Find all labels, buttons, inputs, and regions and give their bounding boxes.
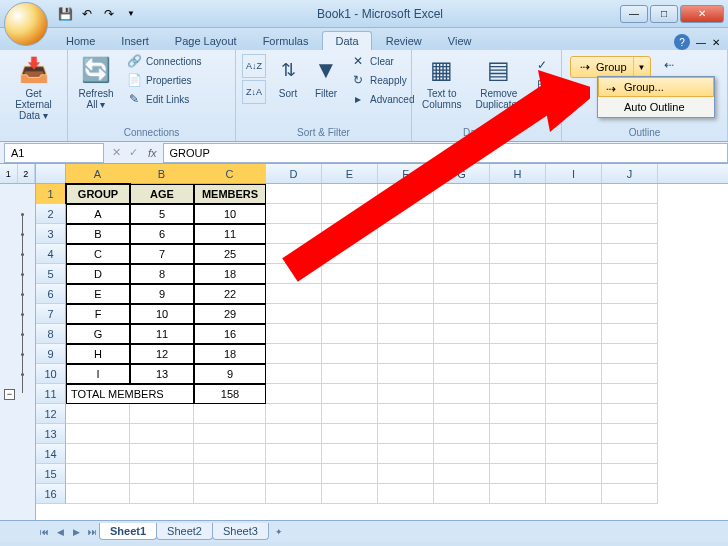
- cell[interactable]: [434, 304, 490, 324]
- cell[interactable]: [266, 244, 322, 264]
- connections-button[interactable]: 🔗Connections: [122, 52, 206, 70]
- cell[interactable]: [194, 404, 266, 424]
- cell[interactable]: D: [66, 264, 130, 284]
- sheet-tab-sheet1[interactable]: Sheet1: [99, 523, 157, 540]
- cell[interactable]: [266, 484, 322, 504]
- cell[interactable]: [490, 464, 546, 484]
- cell[interactable]: [66, 444, 130, 464]
- spreadsheet-grid[interactable]: ABCDEFGHIJ 1GROUPAGEMEMBERS2A5103B6114C7…: [36, 164, 728, 520]
- cell[interactable]: [266, 424, 322, 444]
- column-header-J[interactable]: J: [602, 164, 658, 183]
- cell[interactable]: [66, 424, 130, 444]
- edit-links-button[interactable]: ✎Edit Links: [122, 90, 206, 108]
- ungroup-button[interactable]: ⇠: [657, 56, 681, 74]
- cell[interactable]: [322, 224, 378, 244]
- cell[interactable]: [130, 444, 194, 464]
- cell[interactable]: 10: [194, 204, 266, 224]
- cell[interactable]: [546, 184, 602, 204]
- cell[interactable]: 22: [194, 284, 266, 304]
- cell[interactable]: [602, 484, 658, 504]
- cell[interactable]: [322, 404, 378, 424]
- cell[interactable]: [546, 284, 602, 304]
- cell[interactable]: [434, 384, 490, 404]
- cell[interactable]: [266, 324, 322, 344]
- tab-view[interactable]: View: [436, 32, 484, 50]
- cell[interactable]: 11: [130, 324, 194, 344]
- cell[interactable]: [378, 364, 434, 384]
- cell[interactable]: [602, 324, 658, 344]
- cell[interactable]: [322, 384, 378, 404]
- cell[interactable]: [602, 464, 658, 484]
- qat-dropdown-icon[interactable]: ▼: [122, 5, 140, 23]
- row-header[interactable]: 12: [36, 404, 66, 424]
- group-split-button[interactable]: ⇢Group ▼: [570, 56, 651, 78]
- cell[interactable]: [546, 304, 602, 324]
- cell[interactable]: [546, 264, 602, 284]
- cell[interactable]: [546, 204, 602, 224]
- cell[interactable]: [602, 264, 658, 284]
- cell[interactable]: [378, 424, 434, 444]
- data-validation-button[interactable]: ✓: [530, 56, 554, 74]
- consolidate-button[interactable]: ⊞: [530, 75, 554, 93]
- cell[interactable]: [266, 304, 322, 324]
- cell[interactable]: 9: [194, 364, 266, 384]
- cell[interactable]: [322, 324, 378, 344]
- cell[interactable]: [322, 304, 378, 324]
- cell[interactable]: [378, 224, 434, 244]
- cell[interactable]: 10: [130, 304, 194, 324]
- sheet-tab-sheet3[interactable]: Sheet3: [212, 523, 269, 540]
- outline-level-1[interactable]: 1: [0, 164, 18, 183]
- column-header-B[interactable]: B: [130, 164, 194, 183]
- cell[interactable]: [378, 284, 434, 304]
- cell[interactable]: 16: [194, 324, 266, 344]
- cell[interactable]: [66, 484, 130, 504]
- cell[interactable]: 5: [130, 204, 194, 224]
- column-header-F[interactable]: F: [378, 164, 434, 183]
- column-header-E[interactable]: E: [322, 164, 378, 183]
- row-header[interactable]: 13: [36, 424, 66, 444]
- cell[interactable]: [434, 324, 490, 344]
- cell[interactable]: 9: [130, 284, 194, 304]
- cell[interactable]: [490, 324, 546, 344]
- reapply-filter-button[interactable]: ↻Reapply: [346, 71, 418, 89]
- cell[interactable]: [194, 484, 266, 504]
- row-header[interactable]: 6: [36, 284, 66, 304]
- cell[interactable]: [490, 384, 546, 404]
- cell[interactable]: [546, 484, 602, 504]
- cell[interactable]: [546, 444, 602, 464]
- cell[interactable]: [378, 484, 434, 504]
- cell[interactable]: [546, 244, 602, 264]
- cell[interactable]: A: [66, 204, 130, 224]
- cell[interactable]: [490, 424, 546, 444]
- row-header[interactable]: 8: [36, 324, 66, 344]
- cell[interactable]: E: [66, 284, 130, 304]
- cell[interactable]: [266, 184, 322, 204]
- cell[interactable]: [490, 244, 546, 264]
- row-header[interactable]: 1: [36, 184, 66, 204]
- cell[interactable]: [378, 444, 434, 464]
- cell[interactable]: [378, 384, 434, 404]
- cell[interactable]: [378, 344, 434, 364]
- cell[interactable]: [322, 344, 378, 364]
- remove-duplicates-button[interactable]: ▤ Remove Duplicates: [469, 52, 528, 112]
- tab-formulas[interactable]: Formulas: [251, 32, 321, 50]
- maximize-button[interactable]: □: [650, 5, 678, 23]
- cell[interactable]: [378, 204, 434, 224]
- cell[interactable]: [490, 404, 546, 424]
- cell[interactable]: [602, 244, 658, 264]
- undo-icon[interactable]: ↶: [78, 5, 96, 23]
- cell[interactable]: [602, 424, 658, 444]
- cell[interactable]: [602, 404, 658, 424]
- cell[interactable]: F: [66, 304, 130, 324]
- cell[interactable]: [266, 344, 322, 364]
- group-menu-item[interactable]: ⇢ Group...: [598, 77, 714, 97]
- cell[interactable]: 11: [194, 224, 266, 244]
- cell[interactable]: [66, 464, 130, 484]
- sheet-tab-sheet2[interactable]: Sheet2: [156, 523, 213, 540]
- cell[interactable]: [490, 224, 546, 244]
- cell[interactable]: [490, 484, 546, 504]
- tab-page-layout[interactable]: Page Layout: [163, 32, 249, 50]
- filter-button[interactable]: ▼ Filter: [308, 52, 344, 101]
- column-header-G[interactable]: G: [434, 164, 490, 183]
- cell[interactable]: 8: [130, 264, 194, 284]
